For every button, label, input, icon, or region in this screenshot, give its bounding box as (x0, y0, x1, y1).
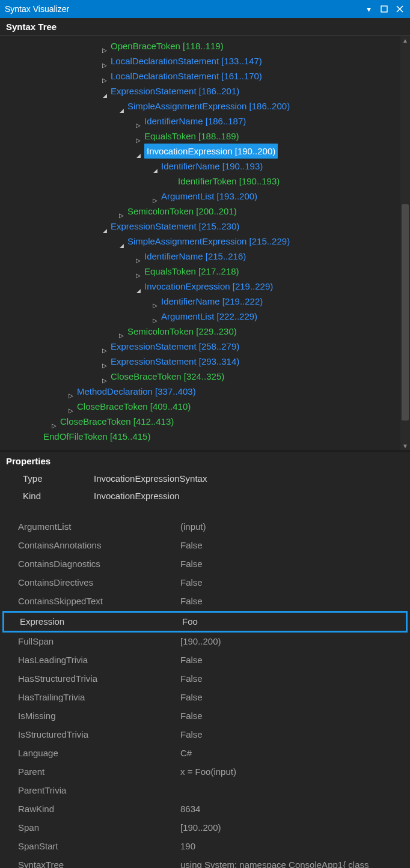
tree-node-label[interactable]: OpenBraceToken [118..119) (111, 38, 224, 53)
tree-node-label[interactable]: ArgumentList [193..200) (161, 189, 257, 204)
tree-node[interactable]: IdentifierName [219..222) (0, 294, 410, 309)
scroll-up-arrow[interactable]: ▲ (400, 36, 410, 44)
property-row[interactable]: RawKind8634 (0, 800, 410, 819)
tree-node-label[interactable]: EqualsToken [217..218) (144, 264, 239, 279)
property-row[interactable]: Parentx = Foo(input) (0, 763, 410, 782)
tree-node[interactable]: ExpressionStatement [215..230) (0, 219, 410, 234)
property-row[interactable]: ContainsDiagnosticsFalse (0, 555, 410, 574)
tree-node[interactable]: CloseBraceToken [409..410) (0, 399, 410, 414)
expander-closed-icon[interactable] (135, 118, 142, 125)
dropdown-icon[interactable]: ▾ (363, 4, 374, 14)
tree-node[interactable]: ArgumentList [222..229) (0, 309, 410, 324)
expander-open-icon[interactable] (135, 148, 142, 155)
tree-node[interactable]: IdentifierName [186..187) (0, 114, 410, 129)
expander-closed-icon[interactable] (151, 193, 159, 200)
expander-closed-icon[interactable] (118, 208, 125, 215)
property-row[interactable]: IsStructuredTriviaFalse (0, 726, 410, 744)
property-grid[interactable]: ArgumentList(input)ContainsAnnotationsFa… (0, 518, 410, 868)
tree-scrollbar[interactable]: ▲ ▼ (400, 36, 410, 450)
expander-closed-icon[interactable] (50, 418, 58, 425)
expander-closed-icon[interactable] (101, 373, 108, 380)
tree-node[interactable]: SemicolonToken [229..230) (0, 324, 410, 339)
property-row[interactable]: HasStructuredTriviaFalse (0, 670, 410, 688)
close-icon[interactable] (394, 4, 405, 14)
property-row[interactable]: Span[190..200) (0, 819, 410, 837)
maximize-icon[interactable] (379, 4, 390, 14)
property-row[interactable]: ExpressionFoo (2, 611, 408, 633)
tree-node-label[interactable]: LocalDeclarationStatement [133..147) (111, 53, 262, 68)
property-row[interactable]: ContainsDirectivesFalse (0, 574, 410, 592)
property-row[interactable]: SpanStart190 (0, 837, 410, 856)
expander-closed-icon[interactable] (118, 328, 125, 335)
tree-node-label[interactable]: ExpressionStatement [258..279) (111, 339, 239, 354)
tree-node-label[interactable]: SemicolonToken [229..230) (127, 324, 237, 339)
tree-node[interactable]: ExpressionStatement [293..314) (0, 354, 410, 369)
tree-node-label[interactable]: IdentifierName [186..187) (144, 114, 246, 129)
tree-node[interactable]: IdentifierName [215..216) (0, 249, 410, 264)
property-row[interactable]: HasLeadingTriviaFalse (0, 651, 410, 670)
tree-node-label[interactable]: SimpleAssignmentExpression [215..229) (127, 234, 290, 249)
tree-node-label[interactable]: EqualsToken [188..189) (144, 129, 239, 144)
tree-node[interactable]: LocalDeclarationStatement [133..147) (0, 53, 410, 68)
property-row[interactable]: HasTrailingTriviaFalse (0, 688, 410, 707)
expander-closed-icon[interactable] (101, 343, 108, 350)
expander-open-icon[interactable] (118, 103, 125, 110)
tree-node-label[interactable]: IdentifierName [219..222) (161, 294, 263, 309)
tree-node[interactable]: OpenBraceToken [118..119) (0, 38, 410, 53)
tree-node-label[interactable]: ExpressionStatement [293..314) (111, 354, 239, 369)
property-row[interactable]: ContainsAnnotationsFalse (0, 536, 410, 555)
property-row[interactable]: ParentTrivia (0, 782, 410, 800)
expander-closed-icon[interactable] (151, 313, 159, 320)
expander-open-icon[interactable] (101, 223, 108, 230)
tree-node-label[interactable]: SimpleAssignmentExpression [186..200) (127, 99, 290, 114)
tree-node[interactable]: SimpleAssignmentExpression [186..200) (0, 99, 410, 114)
tree-node[interactable]: EqualsToken [217..218) (0, 264, 410, 279)
property-row[interactable]: LanguageC# (0, 744, 410, 763)
tree-node-label[interactable]: ArgumentList [222..229) (161, 309, 257, 324)
property-row[interactable]: FullSpan[190..200) (0, 633, 410, 651)
tree-node-label[interactable]: CloseBraceToken [412..413) (60, 414, 174, 429)
tree-node-label[interactable]: EndOfFileToken [415..415) (43, 429, 150, 444)
tree-node[interactable]: CloseBraceToken [324..325) (0, 369, 410, 384)
expander-open-icon[interactable] (135, 283, 142, 290)
expander-closed-icon[interactable] (135, 133, 142, 140)
property-row[interactable]: SyntaxTreeusing System; namespace Consol… (0, 856, 410, 868)
expander-closed-icon[interactable] (135, 268, 142, 275)
tree-node[interactable]: MethodDeclaration [337..403) (0, 384, 410, 399)
tree-node[interactable]: InvocationExpression [219..229) (0, 279, 410, 294)
property-row[interactable]: IsMissingFalse (0, 707, 410, 726)
tree-node-label[interactable]: MethodDeclaration [337..403) (77, 384, 196, 399)
expander-closed-icon[interactable] (67, 388, 75, 395)
tree-node-label[interactable]: IdentifierName [190..193) (161, 159, 263, 174)
expander-closed-icon[interactable] (151, 298, 159, 305)
expander-closed-icon[interactable] (101, 73, 108, 80)
property-row[interactable]: ArgumentList(input) (0, 518, 410, 536)
tree-node[interactable]: IdentifierName [190..193) (0, 159, 410, 174)
tree-node[interactable]: ExpressionStatement [186..201) (0, 83, 410, 99)
tree-node[interactable]: EndOfFileToken [415..415) (0, 429, 410, 444)
tree-node-label[interactable]: ExpressionStatement [215..230) (111, 219, 239, 234)
tree-node-label[interactable]: InvocationExpression [190..200) (144, 144, 278, 159)
tree-node-label[interactable]: CloseBraceToken [409..410) (77, 399, 191, 414)
tree-node[interactable]: SemicolonToken [200..201) (0, 204, 410, 219)
expander-open-icon[interactable] (101, 88, 108, 95)
tree-node[interactable]: ExpressionStatement [258..279) (0, 339, 410, 354)
scroll-thumb[interactable] (402, 204, 409, 420)
tree-node[interactable]: SimpleAssignmentExpression [215..229) (0, 234, 410, 249)
tree-node[interactable]: LocalDeclarationStatement [161..170) (0, 68, 410, 83)
tree-node[interactable]: EqualsToken [188..189) (0, 129, 410, 144)
expander-closed-icon[interactable] (67, 403, 75, 410)
tree-node-label[interactable]: IdentifierToken [190..193) (178, 174, 280, 189)
tree-node[interactable]: IdentifierToken [190..193) (0, 174, 410, 189)
syntax-tree[interactable]: OpenBraceToken [118..119)LocalDeclaratio… (0, 36, 410, 446)
tree-node-label[interactable]: CloseBraceToken [324..325) (111, 369, 224, 384)
tree-node-label[interactable]: InvocationExpression [219..229) (144, 279, 273, 294)
expander-closed-icon[interactable] (101, 358, 108, 365)
expander-open-icon[interactable] (118, 238, 125, 245)
tree-node-label[interactable]: ExpressionStatement [186..201) (111, 83, 239, 99)
tree-node[interactable]: CloseBraceToken [412..413) (0, 414, 410, 429)
expander-closed-icon[interactable] (101, 58, 108, 65)
tree-node[interactable]: InvocationExpression [190..200) (0, 144, 410, 159)
tree-node[interactable]: ArgumentList [193..200) (0, 189, 410, 204)
tree-node-label[interactable]: SemicolonToken [200..201) (127, 204, 237, 219)
